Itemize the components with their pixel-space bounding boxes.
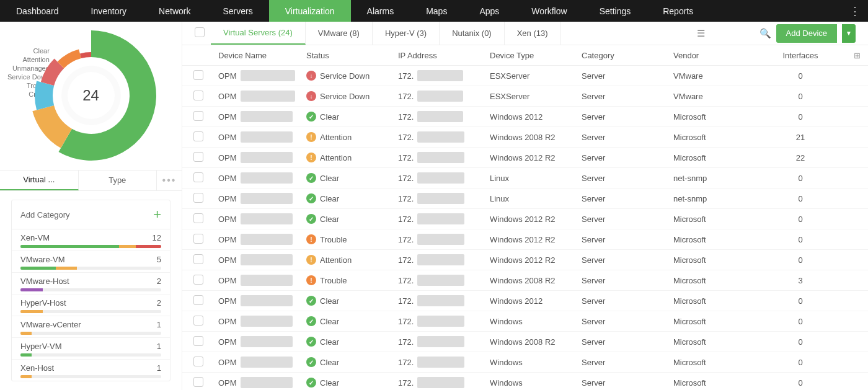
redacted bbox=[417, 377, 464, 388]
redacted bbox=[417, 275, 464, 286]
table-row[interactable]: OPM ✓Clear 172. Windows Server Microsoft… bbox=[182, 311, 868, 332]
add-category-row: Add Category + bbox=[12, 200, 170, 229]
category-row[interactable]: VMware-vCenter1 bbox=[12, 316, 170, 338]
redacted bbox=[241, 357, 293, 368]
nav-reports[interactable]: Reports bbox=[647, 0, 709, 22]
row-checkbox[interactable] bbox=[193, 234, 203, 244]
table-row[interactable]: OPM ↓Service Down 172. ESXServer Server … bbox=[182, 66, 868, 86]
tab-4[interactable]: Xen (13) bbox=[505, 22, 561, 45]
search-icon[interactable]: 🔍 bbox=[760, 28, 771, 39]
grid-view-icon[interactable] bbox=[712, 28, 723, 39]
row-checkbox[interactable] bbox=[193, 193, 203, 203]
status-donut: ClearAttentionUnmanagedService DownTroub… bbox=[0, 22, 182, 170]
column-settings-icon[interactable]: ⊞ bbox=[854, 51, 861, 60]
redacted bbox=[417, 316, 464, 327]
side-tab-0[interactable]: Virtual ... bbox=[0, 171, 79, 190]
redacted bbox=[241, 275, 293, 286]
row-checkbox[interactable] bbox=[193, 70, 203, 80]
table-header: Device Name Status IP Address Device Typ… bbox=[182, 45, 868, 66]
nav-servers[interactable]: Servers bbox=[206, 0, 268, 22]
table-row[interactable]: OPM ✓Clear 172. Linux Server net-snmp 0 bbox=[182, 168, 868, 188]
table-row[interactable]: OPM ✓Clear 172. Windows Server Microsoft… bbox=[182, 373, 868, 390]
col-category[interactable]: Category bbox=[577, 51, 668, 60]
table-row[interactable]: OPM !Trouble 172. Windows 2008 R2 Server… bbox=[182, 270, 868, 291]
select-all-checkbox[interactable] bbox=[195, 27, 205, 37]
table-row[interactable]: OPM !Attention 172. Windows 2008 R2 Serv… bbox=[182, 127, 868, 148]
row-checkbox[interactable] bbox=[193, 131, 203, 141]
row-checkbox[interactable] bbox=[193, 254, 203, 264]
table-row[interactable]: OPM !Attention 172. Windows 2012 R2 Serv… bbox=[182, 148, 868, 168]
row-checkbox[interactable] bbox=[193, 336, 203, 346]
add-category-button[interactable]: + bbox=[153, 206, 161, 223]
category-row[interactable]: Xen-Host1 bbox=[12, 360, 170, 381]
row-checkbox[interactable] bbox=[193, 91, 203, 100]
row-checkbox[interactable] bbox=[193, 357, 203, 366]
redacted bbox=[417, 234, 464, 245]
table-body: OPM ↓Service Down 172. ESXServer Server … bbox=[182, 66, 868, 390]
row-checkbox[interactable] bbox=[193, 377, 203, 387]
status-view-icon[interactable] bbox=[728, 28, 739, 39]
row-checkbox[interactable] bbox=[193, 295, 203, 305]
list-view-icon[interactable]: ☰ bbox=[696, 28, 707, 39]
col-type[interactable]: Device Type bbox=[485, 51, 577, 60]
table-row[interactable]: OPM ✓Clear 172. Windows 2012 Server Micr… bbox=[182, 291, 868, 311]
col-vendor[interactable]: Vendor bbox=[668, 51, 760, 60]
side-tabs-more[interactable]: ••• bbox=[157, 175, 182, 186]
nav-maps[interactable]: Maps bbox=[410, 0, 463, 22]
nav-apps[interactable]: Apps bbox=[463, 0, 515, 22]
status-icon: ✓ bbox=[306, 193, 316, 203]
table-row[interactable]: OPM !Attention 172. Windows 2012 R2 Serv… bbox=[182, 250, 868, 270]
row-checkbox[interactable] bbox=[193, 172, 203, 182]
category-row[interactable]: VMware-Host2 bbox=[12, 273, 170, 295]
category-row[interactable]: HyperV-VM1 bbox=[12, 338, 170, 360]
status-icon: ! bbox=[306, 234, 316, 244]
nav-alarms[interactable]: Alarms bbox=[351, 0, 410, 22]
redacted bbox=[417, 357, 464, 368]
redacted bbox=[241, 234, 293, 245]
nav-settings[interactable]: Settings bbox=[583, 0, 647, 22]
table-row[interactable]: OPM ✓Clear 172. Windows 2008 R2 Server M… bbox=[182, 332, 868, 352]
col-status[interactable]: Status bbox=[301, 51, 393, 60]
nav-dashboard[interactable]: Dashboard bbox=[0, 0, 75, 22]
content: Virtual Servers (24)VMware (8)Hyper-V (3… bbox=[182, 22, 868, 390]
col-device-name[interactable]: Device Name bbox=[213, 51, 301, 60]
nav-network[interactable]: Network bbox=[143, 0, 206, 22]
table-row[interactable]: OPM ↓Service Down 172. ESXServer Server … bbox=[182, 86, 868, 107]
status-icon: ! bbox=[306, 153, 316, 162]
tab-3[interactable]: Nutanix (0) bbox=[440, 22, 505, 45]
col-interfaces[interactable]: Interfaces bbox=[760, 51, 841, 60]
row-checkbox[interactable] bbox=[193, 213, 203, 223]
redacted bbox=[241, 193, 293, 204]
add-device-dropdown[interactable]: ▼ bbox=[842, 24, 856, 43]
status-icon: ✓ bbox=[306, 173, 316, 183]
nav-inventory[interactable]: Inventory bbox=[75, 0, 143, 22]
row-checkbox[interactable] bbox=[193, 316, 203, 326]
tab-1[interactable]: VMware (8) bbox=[306, 22, 373, 45]
category-row[interactable]: Xen-VM12 bbox=[12, 229, 170, 251]
nav-virtualization[interactable]: Virtualization bbox=[269, 0, 351, 22]
row-checkbox[interactable] bbox=[193, 275, 203, 285]
tab-0[interactable]: Virtual Servers (24) bbox=[211, 22, 306, 45]
redacted bbox=[417, 254, 464, 265]
add-device-button[interactable]: Add Device bbox=[776, 24, 837, 43]
table-row[interactable]: OPM ✓Clear 172. Linux Server net-snmp 0 bbox=[182, 188, 868, 209]
redacted bbox=[241, 172, 293, 184]
col-ip[interactable]: IP Address bbox=[393, 51, 485, 60]
table-row[interactable]: OPM ✓Clear 172. Windows Server Microsoft… bbox=[182, 352, 868, 373]
table-row[interactable]: OPM ✓Clear 172. Windows 2012 Server Micr… bbox=[182, 107, 868, 127]
table-row[interactable]: OPM !Trouble 172. Windows 2012 R2 Server… bbox=[182, 229, 868, 250]
nav-workflow[interactable]: Workflow bbox=[515, 0, 583, 22]
redacted bbox=[417, 131, 464, 143]
tile-view-icon[interactable] bbox=[744, 28, 755, 39]
table-row[interactable]: OPM ✓Clear 172. Windows 2012 R2 Server M… bbox=[182, 209, 868, 229]
redacted bbox=[241, 316, 293, 327]
status-icon: ✓ bbox=[306, 357, 316, 367]
category-row[interactable]: HyperV-Host2 bbox=[12, 295, 170, 316]
side-tab-1[interactable]: Type bbox=[79, 171, 157, 190]
category-row[interactable]: VMware-VM5 bbox=[12, 251, 170, 273]
kebab-menu-icon[interactable]: ⋮ bbox=[842, 0, 868, 22]
tab-2[interactable]: Hyper-V (3) bbox=[373, 22, 440, 45]
redacted bbox=[241, 295, 293, 306]
row-checkbox[interactable] bbox=[193, 152, 203, 162]
row-checkbox[interactable] bbox=[193, 111, 203, 121]
